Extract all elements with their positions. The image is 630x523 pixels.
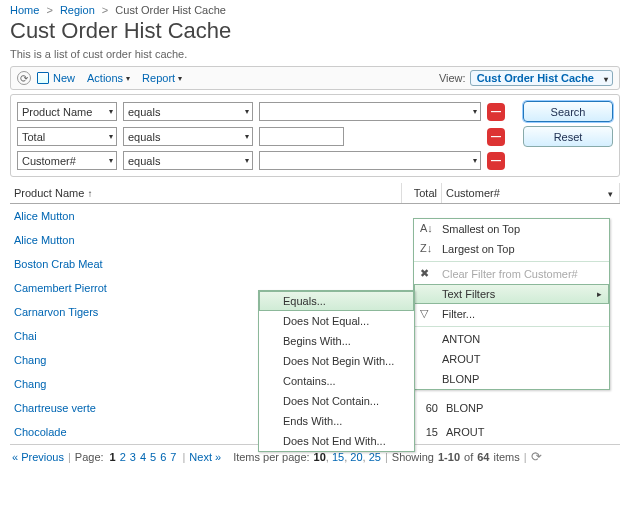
view-value: Cust Order Hist Cache [477, 72, 594, 84]
filter-field-label: Total [22, 131, 45, 143]
pager-ipp-10: 10 [314, 451, 326, 463]
pager-range: 1-10 [438, 451, 460, 463]
filter-remove-button-2[interactable]: — [487, 152, 505, 170]
menu-label: Text Filters [442, 288, 495, 300]
page-subtitle: This is a list of cust order hist cache. [10, 48, 620, 60]
chevron-down-icon: ▾ [245, 107, 249, 116]
filter-field-select-2[interactable]: Customer#▾ [17, 151, 117, 170]
breadcrumb-current: Cust Order Hist Cache [115, 4, 226, 16]
chevron-down-icon: ▾ [245, 156, 249, 165]
col-header-product-name[interactable]: Product Name ↑ [10, 183, 402, 203]
menu-label: Filter... [442, 308, 475, 320]
sort-asc-icon: ↑ [87, 188, 92, 199]
report-label: Report [142, 72, 175, 84]
breadcrumb-sep: > [46, 4, 52, 16]
reload-icon[interactable]: ⟳ [531, 449, 542, 464]
pager-showing-label: Showing [392, 451, 434, 463]
sort-desc-icon: Z↓ [420, 242, 432, 254]
funnel-icon: ▽ [420, 307, 428, 320]
menu-largest-on-top[interactable]: Z↓ Largest on Top [414, 239, 609, 259]
search-button[interactable]: Search [523, 101, 613, 122]
text-filter-ends-with[interactable]: Ends With... [259, 411, 414, 431]
product-name-link[interactable]: Alice Mutton [14, 210, 406, 222]
product-name-link[interactable]: Alice Mutton [14, 234, 406, 246]
pager-next[interactable]: Next » [189, 451, 221, 463]
filter-remove-button-0[interactable]: — [487, 103, 505, 121]
filter-field-select-1[interactable]: Total▾ [17, 127, 117, 146]
filter-value-select-2[interactable]: ▾ [259, 151, 481, 170]
menu-label: ANTON [442, 333, 480, 345]
col-header-total[interactable]: Total [402, 183, 442, 203]
filter-op-select-0[interactable]: equals▾ [123, 102, 253, 121]
pager-page-3[interactable]: 3 [130, 451, 136, 463]
menu-label: Clear Filter from Customer# [442, 268, 578, 280]
pager-page-label: Page: [75, 451, 104, 463]
clear-filter-icon: ✖ [420, 267, 429, 280]
col-header-customer[interactable]: Customer# ▾ [442, 183, 620, 203]
view-label: View: [439, 72, 466, 84]
actions-label: Actions [87, 72, 123, 84]
filter-op-select-2[interactable]: equals▾ [123, 151, 253, 170]
pager-of-label: of [464, 451, 473, 463]
menu-value[interactable]: AROUT [414, 349, 609, 369]
pager-ipp-25[interactable]: 25 [369, 451, 381, 463]
column-filter-menu: A↓ Smallest on Top Z↓ Largest on Top ✖ C… [413, 218, 610, 390]
pager-ipp-20[interactable]: 20 [350, 451, 362, 463]
menu-smallest-on-top[interactable]: A↓ Smallest on Top [414, 219, 609, 239]
text-filter-does-not-equal[interactable]: Does Not Equal... [259, 311, 414, 331]
text-filter-does-not-begin-with[interactable]: Does Not Begin With... [259, 351, 414, 371]
chevron-down-icon: ▾ [109, 156, 113, 165]
col-header-label: Product Name [14, 187, 84, 199]
pager-page-2[interactable]: 2 [120, 451, 126, 463]
filter-op-label: equals [128, 106, 160, 118]
text-filter-does-not-contain[interactable]: Does Not Contain... [259, 391, 414, 411]
menu-label: Largest on Top [442, 243, 515, 255]
text-filter-contains[interactable]: Contains... [259, 371, 414, 391]
page-title: Cust Order Hist Cache [10, 18, 620, 44]
chevron-down-icon: ▾ [473, 107, 477, 116]
menu-text-filters[interactable]: Text Filters ▸ [414, 284, 609, 304]
filter-remove-button-1[interactable]: — [487, 128, 505, 146]
pager-page-6[interactable]: 6 [160, 451, 166, 463]
breadcrumb-region[interactable]: Region [60, 4, 95, 16]
menu-filter[interactable]: ▽ Filter... [414, 304, 609, 324]
actions-menu[interactable]: Actions ▾ [81, 70, 136, 86]
pager-page-4[interactable]: 4 [140, 451, 146, 463]
report-menu[interactable]: Report ▾ [136, 70, 188, 86]
chevron-down-icon: ▾ [608, 189, 613, 199]
pager-page-7[interactable]: 7 [170, 451, 176, 463]
menu-clear-filter: ✖ Clear Filter from Customer# [414, 264, 609, 284]
filter-value-input-1[interactable] [259, 127, 344, 146]
pager-page-5[interactable]: 5 [150, 451, 156, 463]
reset-button[interactable]: Reset [523, 126, 613, 147]
sort-asc-icon: A↓ [420, 222, 433, 234]
customer-cell: BLONP [446, 402, 616, 414]
breadcrumb-home[interactable]: Home [10, 4, 39, 16]
chevron-down-icon: ▾ [473, 156, 477, 165]
new-label: New [53, 72, 75, 84]
new-button[interactable]: New [31, 70, 81, 86]
filter-area: Product Name▾ equals▾ ▾ — Search Total▾ … [10, 94, 620, 177]
chevron-down-icon: ▾ [245, 132, 249, 141]
filter-op-label: equals [128, 131, 160, 143]
filter-field-label: Customer# [22, 155, 76, 167]
text-filter-equals[interactable]: Equals... [259, 291, 414, 311]
refresh-icon[interactable]: ⟳ [17, 71, 31, 85]
product-name-link[interactable]: Boston Crab Meat [14, 258, 406, 270]
filter-op-select-1[interactable]: equals▾ [123, 127, 253, 146]
pager-page-1: 1 [110, 451, 116, 463]
menu-value[interactable]: ANTON [414, 329, 609, 349]
customer-cell: AROUT [446, 426, 616, 438]
pager-ipp-15[interactable]: 15 [332, 451, 344, 463]
text-filter-begins-with[interactable]: Begins With... [259, 331, 414, 351]
text-filter-does-not-end-with[interactable]: Does Not End With... [259, 431, 414, 451]
filter-op-label: equals [128, 155, 160, 167]
grid-header: Product Name ↑ Total Customer# ▾ [10, 183, 620, 204]
filter-value-select-0[interactable]: ▾ [259, 102, 481, 121]
menu-value[interactable]: BLONP [414, 369, 609, 389]
pager-prev[interactable]: « Previous [12, 451, 64, 463]
pager-total: 64 [477, 451, 489, 463]
view-select[interactable]: Cust Order Hist Cache ▾ [470, 70, 613, 86]
filter-field-select-0[interactable]: Product Name▾ [17, 102, 117, 121]
breadcrumb: Home > Region > Cust Order Hist Cache [10, 4, 620, 18]
